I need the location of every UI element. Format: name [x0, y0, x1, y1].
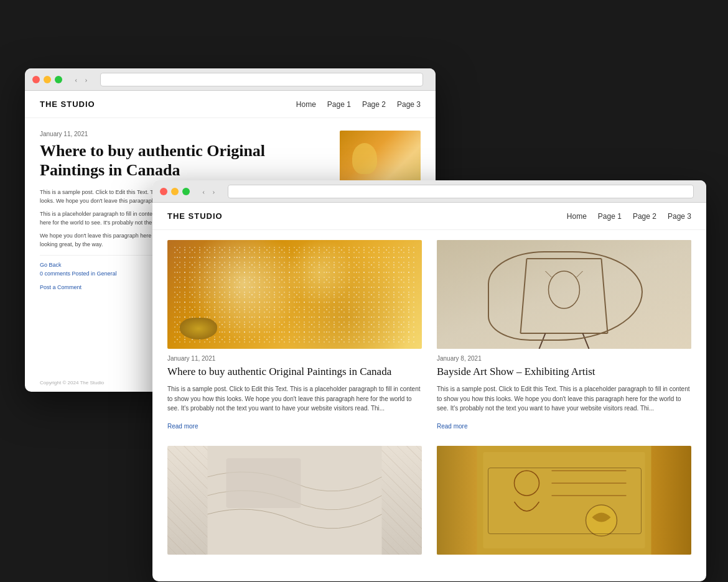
nav-home-back[interactable]: Home — [296, 100, 316, 109]
back-general-link[interactable]: General — [97, 270, 117, 277]
forward-arrow[interactable]: › — [82, 73, 90, 86]
nav-page1-back[interactable]: Page 1 — [327, 100, 351, 109]
browser-window-front: ‹ › THE STUDIO Home Page 1 Page 2 Page 3… — [152, 180, 706, 581]
post-excerpt-1: This is a sample post. Click to Edit thi… — [437, 384, 691, 413]
post-date-0: January 11, 2021 — [167, 355, 422, 362]
post-date-1: January 8, 2021 — [437, 355, 691, 362]
minimize-button-front[interactable] — [171, 188, 179, 195]
post-title-0[interactable]: Where to buy authentic Original Painting… — [167, 365, 422, 378]
address-bar-back[interactable] — [100, 73, 423, 86]
post-card-2 — [167, 446, 422, 561]
titlebar-back: ‹ › — [25, 68, 436, 91]
nav-arrows-back: ‹ › — [72, 73, 90, 86]
nav-arrows-front: ‹ › — [200, 185, 218, 198]
post-image-0 — [167, 240, 422, 349]
traffic-lights-front — [160, 188, 190, 195]
nav-home-front[interactable]: Home — [567, 212, 587, 221]
post-card-3 — [437, 446, 691, 561]
back-post-date: January 11, 2021 — [40, 131, 327, 137]
back-thumbnail-image — [340, 131, 421, 187]
post-image-2 — [167, 446, 422, 555]
site-header-front: THE STUDIO Home Page 1 Page 2 Page 3 — [152, 203, 706, 230]
close-button[interactable] — [32, 76, 40, 83]
back-arrow[interactable]: ‹ — [72, 73, 80, 86]
back-footer: Copyright © 2024 The Studio — [40, 380, 104, 386]
site-nav-front: Home Page 1 Page 2 Page 3 — [567, 212, 691, 221]
close-button-front[interactable] — [160, 188, 167, 195]
svg-rect-10 — [226, 458, 301, 508]
post-title-1[interactable]: Bayside Art Show – Exhibiting Artist — [437, 365, 691, 378]
back-post-title: Where to buy authentic Original Painting… — [40, 141, 327, 180]
nav-page3-back[interactable]: Page 3 — [397, 100, 421, 109]
traffic-lights-back — [32, 76, 62, 83]
svg-point-13 — [515, 471, 539, 496]
svg-line-6 — [577, 271, 583, 277]
svg-line-2 — [602, 259, 608, 333]
read-more-0[interactable]: Read more — [167, 423, 198, 430]
site-logo-front: THE STUDIO — [167, 211, 223, 221]
front-posts-area: January 11, 2021 Where to buy authentic … — [152, 230, 706, 571]
posts-grid: January 11, 2021 Where to buy authentic … — [167, 240, 691, 561]
back-comments-anchor[interactable]: 0 comments — [40, 270, 70, 277]
svg-line-8 — [583, 333, 589, 349]
svg-line-5 — [546, 271, 552, 277]
bowl-shape — [180, 318, 217, 340]
svg-line-7 — [539, 333, 546, 349]
nav-page2-back[interactable]: Page 2 — [362, 100, 386, 109]
nav-page2-front[interactable]: Page 2 — [633, 212, 656, 221]
nav-page1-front[interactable]: Page 1 — [598, 212, 622, 221]
back-arrow-front[interactable]: ‹ — [200, 185, 207, 198]
post-card-1: January 8, 2021 Bayside Art Show – Exhib… — [437, 240, 691, 431]
nav-page3-front[interactable]: Page 3 — [668, 212, 691, 221]
svg-rect-12 — [483, 452, 645, 548]
figure-svg — [437, 240, 691, 349]
svg-point-4 — [549, 271, 580, 308]
site-header-back: THE STUDIO Home Page 1 Page 2 Page 3 — [25, 91, 436, 118]
maximize-button-front[interactable] — [182, 188, 190, 195]
post-image-3 — [437, 446, 691, 555]
svg-line-1 — [521, 259, 527, 333]
read-more-1[interactable]: Read more — [437, 423, 467, 430]
post-card-0: January 11, 2021 Where to buy authentic … — [167, 240, 422, 431]
post-excerpt-0: This is a sample post. Click to Edit thi… — [167, 384, 422, 413]
forward-arrow-front[interactable]: › — [210, 185, 217, 198]
scroll-svg — [437, 446, 691, 555]
textile-svg — [167, 446, 422, 555]
address-bar-front[interactable] — [228, 185, 694, 198]
post-image-1 — [437, 240, 691, 349]
titlebar-front: ‹ › — [152, 180, 706, 203]
svg-point-17 — [586, 505, 617, 536]
maximize-button[interactable] — [55, 76, 62, 83]
minimize-button[interactable] — [44, 76, 51, 83]
site-nav-back: Home Page 1 Page 2 Page 3 — [296, 100, 421, 109]
back-posted-in: Posted in — [72, 270, 97, 277]
site-logo-back: THE STUDIO — [40, 99, 95, 109]
